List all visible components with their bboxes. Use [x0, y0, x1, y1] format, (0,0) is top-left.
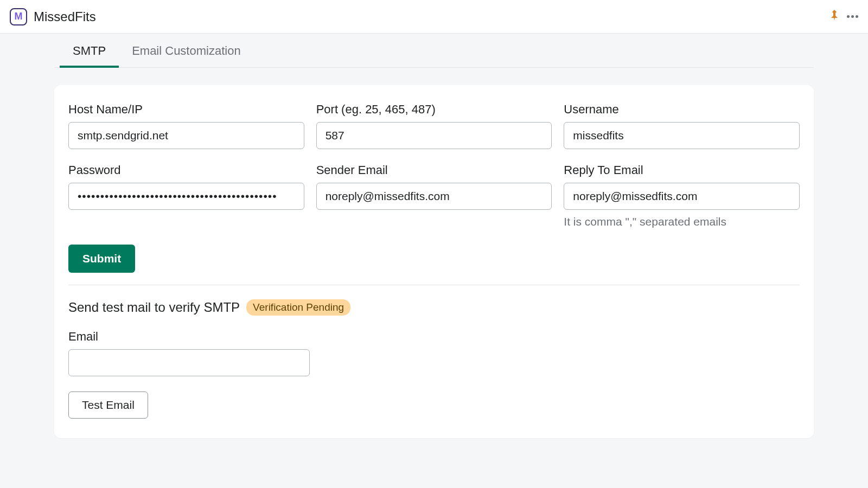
topbar: M MissedFits [0, 0, 868, 34]
verification-badge: Verification Pending [246, 299, 350, 316]
divider [68, 285, 800, 285]
tab-email-customization[interactable]: Email Customization [119, 34, 254, 68]
field-password: Password [68, 163, 304, 228]
submit-button[interactable]: Submit [68, 245, 135, 273]
app-title: MissedFits [34, 9, 96, 24]
pin-icon[interactable] [829, 10, 839, 23]
help-reply-to: It is comma "," separated emails [564, 215, 800, 228]
smtp-form-grid: Host Name/IP Port (eg. 25, 465, 487) Use… [68, 102, 800, 228]
label-password: Password [68, 163, 304, 177]
topbar-right [829, 10, 858, 23]
app-logo: M [10, 8, 27, 25]
more-icon[interactable] [847, 15, 858, 18]
input-test-email[interactable] [68, 349, 310, 376]
label-username: Username [564, 102, 800, 117]
settings-card: Host Name/IP Port (eg. 25, 465, 487) Use… [54, 85, 814, 438]
label-sender-email: Sender Email [316, 163, 552, 177]
label-port: Port (eg. 25, 465, 487) [316, 102, 552, 117]
input-reply-to[interactable] [564, 183, 800, 210]
input-sender-email[interactable] [316, 183, 552, 210]
input-password[interactable] [68, 183, 304, 210]
tabs: SMTP Email Customization [54, 34, 814, 68]
field-sender-email: Sender Email [316, 163, 552, 228]
test-email-button[interactable]: Test Email [68, 391, 148, 419]
app-logo-letter: M [15, 11, 23, 22]
field-reply-to: Reply To Email It is comma "," separated… [564, 163, 800, 228]
label-test-email: Email [68, 330, 310, 344]
label-host: Host Name/IP [68, 102, 304, 117]
field-host: Host Name/IP [68, 102, 304, 149]
topbar-left: M MissedFits [10, 8, 96, 25]
test-heading-row: Send test mail to verify SMTP Verificati… [68, 299, 800, 316]
label-reply-to: Reply To Email [564, 163, 800, 177]
input-host[interactable] [68, 122, 304, 149]
input-port[interactable] [316, 122, 552, 149]
field-test-email: Email [68, 330, 310, 376]
input-username[interactable] [564, 122, 800, 149]
tab-smtp[interactable]: SMTP [60, 34, 119, 68]
field-username: Username [564, 102, 800, 149]
field-port: Port (eg. 25, 465, 487) [316, 102, 552, 149]
content: SMTP Email Customization Host Name/IP Po… [0, 34, 868, 438]
test-heading: Send test mail to verify SMTP [68, 300, 240, 315]
